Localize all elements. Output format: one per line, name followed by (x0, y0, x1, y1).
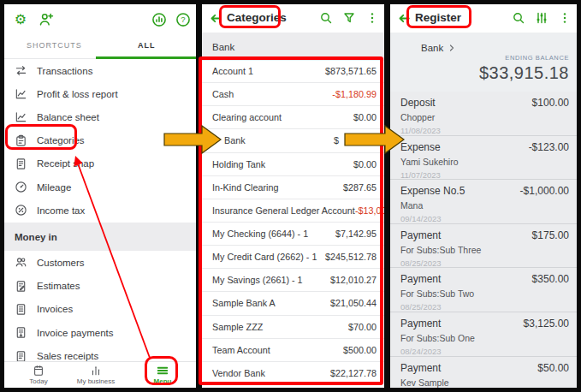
filter-funnel-icon[interactable] (342, 11, 356, 25)
gauge-icon (15, 181, 27, 193)
transaction-type: Deposit (400, 97, 436, 109)
menu-item-customers[interactable]: Customers (4, 251, 196, 274)
menu-item-transactions[interactable]: Transactions (4, 59, 196, 82)
tab-all[interactable]: ALL (138, 41, 156, 50)
back-arrow-icon[interactable] (397, 11, 412, 26)
transaction-row[interactable]: Expense-$123.00 Yami Sukehiro 11/07/2023 (390, 136, 577, 181)
menu-item-label: Categories (37, 135, 85, 146)
account-name: Cash (212, 89, 234, 99)
transaction-row[interactable]: Payment$175.00 For Subs:Sub Three 08/25/… (390, 224, 577, 269)
account-name: Sample ZZZ (212, 322, 263, 332)
help-icon[interactable]: ? (175, 12, 191, 27)
menu-item-estimates[interactable]: Estimates (4, 274, 196, 297)
account-row[interactable]: Cash-$1,180.99 (202, 83, 384, 106)
tab-shortcuts[interactable]: SHORTCUTS (27, 41, 82, 50)
account-amount: -$1,180.99 (332, 89, 376, 99)
transaction-row[interactable]: Payment$350.00 For Subs:Sub Two 08/25/20… (390, 268, 577, 312)
account-name: Sample Bank A (212, 298, 276, 308)
account-row[interactable]: Clearing account$0.00 (202, 106, 384, 129)
menu-item-receipt-snap[interactable]: Receipt snap (4, 152, 196, 175)
categories-header: Categories (202, 4, 384, 33)
page-title: Register (415, 11, 461, 24)
menu-item-label: Balance sheet (37, 112, 99, 122)
menu-topbar: ⚙ ? (4, 4, 196, 35)
sliders-icon[interactable] (535, 11, 548, 25)
document-pencil-icon (15, 280, 27, 293)
account-row[interactable]: Team Account$500.00 (202, 339, 384, 362)
transactions-icon (15, 64, 27, 77)
nav-label: Today (29, 377, 47, 385)
page-title: Categories (227, 11, 287, 24)
transaction-payee: Kev Sample (400, 377, 569, 388)
menu-item-label: Profit & loss report (37, 89, 118, 99)
account-row[interactable]: My Credit Card (2662) - 1$245,512.78 (202, 246, 384, 269)
search-icon[interactable] (512, 11, 525, 25)
menu-item-invoice-payments[interactable]: Invoice payments (4, 321, 196, 344)
customers-icon (15, 256, 27, 269)
account-row[interactable]: Insurance General Ledger Account-$13,000… (202, 199, 384, 223)
menu-item-categories[interactable]: Categories (4, 129, 196, 152)
add-user-icon[interactable] (39, 12, 54, 27)
kebab-menu-icon[interactable] (365, 11, 379, 25)
nav-my-business[interactable]: My business (73, 365, 119, 385)
account-amount: $873,571.65 (325, 66, 376, 76)
menu-item-income-tax[interactable]: Income tax (4, 199, 196, 222)
percent-circle-icon (15, 204, 27, 217)
menu-tabs: SHORTCUTS ALL (4, 35, 196, 59)
transaction-payee: Mana (400, 200, 569, 211)
settings-icon[interactable]: ⚙ (13, 12, 28, 27)
ending-balance-label: ENDING BALANCE (505, 54, 569, 62)
account-amount: $21,050.44 (330, 298, 376, 308)
search-icon[interactable] (319, 11, 333, 25)
menu-list: Transactions Profit & loss report Balanc… (4, 59, 196, 222)
nav-label: My business (77, 377, 115, 385)
kebab-menu-icon[interactable] (558, 11, 572, 25)
transaction-row[interactable]: Payment$50.00 Kev Sample (390, 357, 577, 388)
transaction-date: 11/08/2023 (400, 126, 569, 135)
account-amount: $245,512.78 (325, 252, 376, 262)
nav-label: Menu (154, 377, 172, 385)
transaction-row[interactable]: Deposit$100.00 Chopper 11/08/2023 (390, 92, 577, 136)
account-row[interactable]: Vendor Bank$22,127.78 (202, 362, 384, 384)
menu-item-balance-sheet[interactable]: Balance sheet (4, 105, 196, 128)
account-name: My Credit Card (2662) - 1 (212, 252, 317, 262)
document-icon (15, 303, 27, 316)
transaction-row[interactable]: Payment$3,125.00 For Subs:Sub One 08/24/… (390, 312, 577, 357)
transaction-payee: For Subs:Sub One (400, 333, 569, 343)
account-row[interactable]: Holding Tank$0.00 (202, 153, 384, 176)
account-amount: $70.00 (348, 322, 376, 332)
transaction-amount: -$123.00 (529, 141, 569, 153)
account-amount: $7,142.95 (335, 229, 376, 239)
transaction-amount: $350.00 (532, 273, 569, 285)
back-arrow-icon[interactable] (209, 11, 223, 26)
document-arrow-icon (15, 326, 27, 339)
account-row[interactable]: My Savings (2661) - 1$12,010.27 (202, 269, 384, 292)
menu-item-mileage[interactable]: Mileage (4, 175, 196, 199)
account-name: In-Kind Clearing (212, 182, 278, 193)
account-row[interactable]: In-Kind Clearing$287.65 (202, 176, 384, 199)
receipt-icon (15, 157, 27, 170)
line-chart-icon (15, 87, 27, 100)
nav-today[interactable]: Today (15, 365, 62, 385)
svg-text:?: ? (181, 15, 185, 24)
account-row[interactable]: Sample ZZZ$70.00 (202, 316, 384, 339)
menu-item-profit-loss[interactable]: Profit & loss report (4, 82, 196, 105)
breadcrumb-bank[interactable]: Bank (421, 43, 455, 53)
money-in-list: Customers Estimates Invoices Invoice pay… (4, 251, 196, 368)
assistant-icon[interactable] (151, 12, 167, 27)
clipboard-icon (15, 134, 27, 147)
account-row[interactable]: Account 1$873,571.65 (202, 60, 384, 83)
account-amount: $ (334, 135, 376, 146)
menu-item-invoices[interactable]: Invoices (4, 298, 196, 321)
nav-menu[interactable]: Menu (139, 365, 186, 385)
today-icon (33, 365, 44, 377)
account-row[interactable]: My Checking (6644) - 1$7,142.95 (202, 223, 384, 246)
account-row[interactable]: Bank$ (202, 129, 384, 152)
transaction-row[interactable]: Expense No.5-$1,000.00 Mana 09/14/2023 (390, 180, 577, 224)
bar-chart-icon (90, 365, 102, 377)
menu-item-label: Customers (37, 258, 85, 268)
bottom-nav: Today My business Menu (4, 361, 196, 388)
account-amount: $0.00 (353, 159, 376, 169)
transaction-type: Expense (400, 141, 441, 153)
account-row[interactable]: Sample Bank A$21,050.44 (202, 292, 384, 315)
